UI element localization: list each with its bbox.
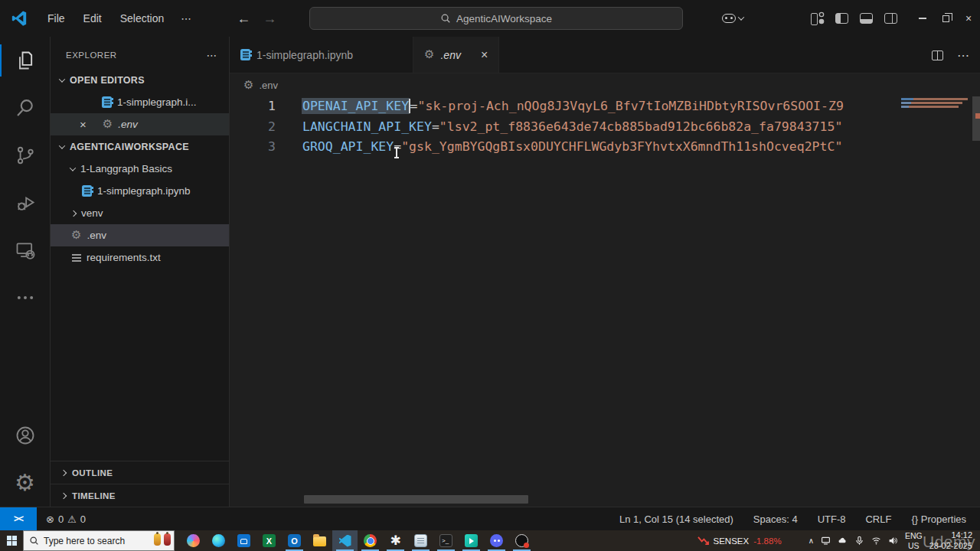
paint-splat-icon: ✱ [389, 534, 402, 547]
tree-file-env[interactable]: ⚙ .env [51, 224, 229, 246]
minimap[interactable] [900, 96, 972, 507]
workspace-root[interactable]: AGENTICAIWORKSPACE [51, 135, 229, 158]
more-views-icon[interactable] [0, 274, 51, 321]
split-editor-icon[interactable] [932, 51, 943, 60]
menu-edit[interactable]: Edit [74, 9, 111, 28]
taskbar-notepad[interactable] [408, 530, 433, 551]
stock-chart-icon [697, 536, 709, 546]
toggle-sidebar-icon[interactable] [835, 13, 848, 24]
error-icon: ⊗ [46, 514, 54, 525]
menu-selection[interactable]: Selection [111, 9, 174, 28]
status-bar: >< ⊗ 0 ⚠ 0 Ln 1, Col 15 (14 selected) Sp… [0, 507, 980, 530]
command-center-search[interactable]: AgenticAIWorkspace [309, 7, 683, 30]
hidden-icons-chevron[interactable]: ∧ [808, 536, 814, 545]
source-control-icon[interactable] [0, 132, 51, 179]
tab-notebook[interactable]: 1-simplegraph.ipynb [230, 37, 413, 73]
taskbar-excel[interactable]: X [256, 530, 282, 551]
tab-env[interactable]: ⚙ .env × [413, 37, 499, 73]
explorer-more-actions[interactable]: ⋯ [207, 49, 219, 61]
microphone-tray-icon[interactable] [854, 536, 864, 546]
copilot-button[interactable] [722, 14, 743, 23]
taskbar-outlook[interactable]: O [282, 530, 307, 551]
code-editor[interactable]: 1 OPENAI_API_KEY="sk-proj-Ach_nQOg8J3Vqy… [230, 96, 980, 507]
taskbar-clipchamp[interactable] [459, 530, 484, 551]
taskbar-chrome[interactable] [358, 530, 383, 551]
tree-file-notebook[interactable]: 1-simplegraph.ipynb [51, 180, 229, 202]
explorer-sidebar: EXPLORER ⋯ OPEN EDITORS 1-simplegraph.i.… [51, 37, 230, 507]
remote-indicator[interactable]: >< [0, 507, 37, 530]
encoding[interactable]: UTF-8 [818, 514, 846, 525]
indentation[interactable]: Spaces: 4 [753, 514, 798, 525]
terminal-icon: >_ [439, 534, 452, 547]
editor-more-actions-icon[interactable]: ⋯ [957, 48, 969, 63]
taskbar-search-box[interactable]: Type here to search [23, 530, 175, 551]
restore-button[interactable] [934, 0, 957, 37]
chevron-down-icon [59, 142, 65, 148]
code-line-2[interactable]: 2 LANGCHAIN_API_KEY="lsv2_pt_f8836e643de… [230, 117, 980, 138]
device-tray-icon[interactable] [821, 536, 831, 546]
open-editors-header[interactable]: OPEN EDITORS [51, 69, 229, 91]
excel-icon: X [263, 534, 276, 547]
tree-file-requirements[interactable]: requirements.txt [51, 246, 229, 269]
code-line-1[interactable]: 1 OPENAI_API_KEY="sk-proj-Ach_nQOg8J3Vqy… [230, 96, 980, 117]
horizontal-scrollbar[interactable] [304, 495, 528, 504]
clock[interactable]: 14:12 28-02-2025 [929, 530, 975, 550]
open-editor-notebook[interactable]: 1-simplegraph.i... [51, 91, 229, 113]
tree-folder-langgraph-basics[interactable]: 1-Langgraph Basics [51, 158, 229, 180]
run-debug-icon[interactable] [0, 179, 51, 227]
obs-icon [515, 534, 528, 547]
taskbar-vscode[interactable] [332, 530, 358, 551]
toggle-secondary-sidebar-icon[interactable] [884, 13, 897, 24]
outline-section[interactable]: OUTLINE [51, 461, 229, 484]
cursor-position[interactable]: Ln 1, Col 15 (14 selected) [619, 514, 733, 525]
settings-gear-icon[interactable]: ⚙ [0, 459, 51, 507]
search-placeholder: Type here to search [44, 536, 125, 546]
tree-folder-venv[interactable]: venv [51, 202, 229, 224]
eol-sequence[interactable]: CRLF [865, 514, 891, 525]
account-icon[interactable] [0, 412, 51, 459]
search-sidebar-icon[interactable] [0, 84, 51, 132]
env-gear-icon: ⚙ [243, 80, 253, 91]
explorer-icon[interactable] [0, 37, 51, 84]
line-number: 1 [230, 96, 276, 117]
explorer-title: EXPLORER [66, 51, 117, 60]
taskbar-edge[interactable] [206, 530, 231, 551]
activity-bar: ⚙ [0, 37, 51, 507]
toggle-panel-icon[interactable] [860, 13, 873, 24]
search-icon [440, 13, 451, 24]
menu-more[interactable]: ⋯ [173, 9, 200, 28]
code-line-3[interactable]: 3 GROQ_API_KEY="gsk_YgmBYGQgBIsx0DUYCHFL… [230, 137, 980, 158]
close-tab-icon[interactable]: × [481, 48, 488, 62]
breadcrumb[interactable]: ⚙ .env [230, 73, 980, 96]
language-mode[interactable]: {} Properties [911, 514, 966, 525]
taskbar-terminal[interactable]: >_ [433, 530, 459, 551]
customize-layout-icon[interactable] [811, 13, 824, 24]
stock-widget[interactable]: SENSEX -1.88% [697, 536, 782, 546]
taskbar-discord[interactable] [484, 530, 509, 551]
stock-name: SENSEX [714, 536, 750, 546]
start-button[interactable] [0, 530, 23, 551]
onedrive-cloud-icon[interactable] [838, 536, 848, 546]
taskbar-file-explorer[interactable] [307, 530, 332, 551]
close-icon[interactable]: × [80, 119, 87, 130]
error-count: 0 [58, 514, 64, 525]
close-window-button[interactable]: × [957, 0, 980, 37]
problems-status[interactable]: ⊗ 0 ⚠ 0 [46, 514, 86, 525]
vertical-scrollbar[interactable] [972, 96, 980, 141]
overview-ruler-mark [975, 113, 980, 119]
volume-tray-icon[interactable] [888, 536, 898, 546]
menu-file[interactable]: File [38, 9, 74, 28]
wifi-tray-icon[interactable] [871, 536, 881, 546]
open-editor-env[interactable]: × ⚙ .env [51, 113, 229, 135]
language-indicator[interactable]: ENG US [905, 531, 923, 549]
taskbar-paint-splat[interactable]: ✱ [383, 530, 408, 551]
taskbar-obs[interactable] [509, 530, 534, 551]
back-arrow-icon[interactable]: ← [237, 11, 250, 27]
chevron-right-icon [60, 492, 67, 498]
minimize-button[interactable] [911, 0, 934, 37]
timeline-section[interactable]: TIMELINE [51, 484, 229, 507]
taskbar-copilot[interactable] [181, 530, 206, 551]
windows-logo-icon [7, 536, 17, 546]
taskbar-store[interactable] [231, 530, 256, 551]
remote-explorer-icon[interactable] [0, 227, 51, 274]
